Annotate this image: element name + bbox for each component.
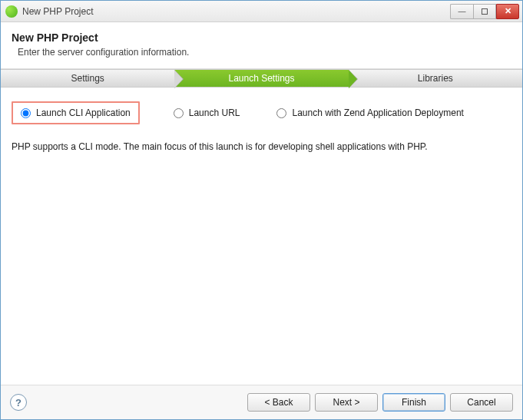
radio-launch-zend[interactable]: Launch with Zend Application Deployment (273, 106, 466, 120)
app-icon (5, 5, 18, 18)
back-button[interactable]: < Back (247, 393, 310, 412)
maximize-button[interactable] (473, 4, 496, 19)
title-bar: New PHP Project — ✕ (1, 1, 522, 22)
wizard-footer: ? < Back Next > Finish Cancel (1, 385, 522, 419)
window-controls: — ✕ (450, 4, 519, 19)
radio-label-url: Launch URL (189, 107, 240, 118)
help-icon[interactable]: ? (10, 394, 27, 411)
window-title: New PHP Project (22, 6, 450, 17)
page-subtitle: Enter the server configuration informati… (18, 47, 511, 58)
minimize-button[interactable]: — (450, 4, 473, 19)
radio-label-zend: Launch with Zend Application Deployment (292, 107, 463, 118)
wizard-content: Launch CLI Application Launch URL Launch… (1, 88, 522, 385)
radio-input-url[interactable] (174, 108, 184, 118)
radio-launch-cli[interactable]: Launch CLI Application (12, 101, 140, 124)
radio-launch-url[interactable]: Launch URL (170, 106, 243, 120)
radio-input-zend[interactable] (276, 108, 286, 118)
step-settings[interactable]: Settings (1, 70, 174, 87)
step-label: Libraries (418, 73, 453, 84)
radio-input-cli[interactable] (21, 108, 31, 118)
radio-label-cli: Launch CLI Application (36, 107, 131, 118)
wizard-header: New PHP Project Enter the server configu… (1, 22, 522, 69)
step-launch-settings[interactable]: Launch Settings (174, 70, 348, 87)
launch-mode-group: Launch CLI Application Launch URL Launch… (12, 101, 511, 124)
step-bar: Settings Launch Settings Libraries (1, 69, 522, 88)
cancel-button[interactable]: Cancel (450, 393, 513, 412)
next-button[interactable]: Next > (315, 393, 378, 412)
step-label: Launch Settings (228, 73, 294, 84)
step-libraries[interactable]: Libraries (349, 70, 522, 87)
close-button[interactable]: ✕ (496, 4, 519, 19)
page-title: New PHP Project (12, 31, 511, 44)
step-label: Settings (71, 73, 104, 84)
launch-description: PHP supports a CLI mode. The main focus … (12, 141, 511, 152)
finish-button[interactable]: Finish (382, 393, 445, 412)
